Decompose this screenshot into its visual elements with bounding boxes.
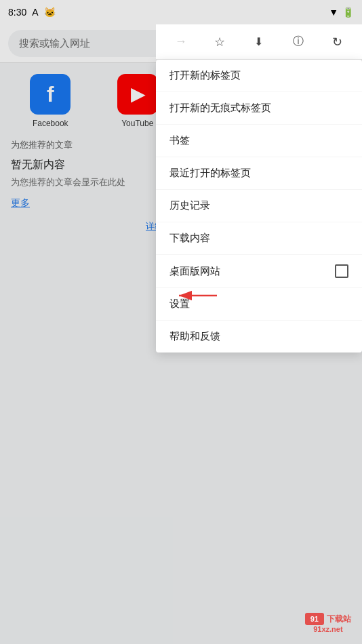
menu-bookmarks-label: 书签	[169, 134, 190, 147]
menu-settings[interactable]: 设置	[156, 288, 362, 321]
watermark-url: 91xz.net	[313, 625, 342, 633]
menu-bookmarks[interactable]: 书签	[156, 125, 362, 157]
dropdown-menu: 打开新的标签页 打开新的无痕式标签页 书签 最近打开的标签页 历史记录 下载内容…	[156, 60, 362, 353]
watermark-text-1: 下载站	[327, 613, 351, 625]
desktop-site-checkbox[interactable]	[335, 264, 348, 278]
menu-history[interactable]: 历史记录	[156, 190, 362, 222]
menu-recent-tabs[interactable]: 最近打开的标签页	[156, 157, 362, 190]
download-icon: ⬇	[254, 35, 263, 48]
menu-downloads-label: 下载内容	[169, 232, 210, 245]
menu-incognito[interactable]: 打开新的无痕式标签页	[156, 92, 362, 125]
menu-desktop-site-label: 桌面版网站	[169, 265, 220, 278]
back-button[interactable]: →	[169, 30, 193, 54]
menu-new-tab[interactable]: 打开新的标签页	[156, 60, 362, 92]
watermark-badge: 91	[305, 613, 324, 625]
watermark: 91 下载站 91xz.net	[305, 613, 351, 633]
download-button[interactable]: ⬇	[247, 30, 271, 54]
star-button[interactable]: ☆	[207, 30, 232, 54]
info-icon: ⓘ	[293, 35, 304, 49]
menu-incognito-label: 打开新的无痕式标签页	[169, 102, 271, 115]
menu-help[interactable]: 帮助和反馈	[156, 321, 362, 353]
menu-settings-label: 设置	[169, 298, 190, 310]
menu-help-label: 帮助和反馈	[169, 330, 220, 343]
star-icon: ☆	[214, 35, 225, 49]
refresh-icon: ↻	[332, 35, 342, 49]
menu-history-label: 历史记录	[169, 199, 210, 212]
refresh-button[interactable]: ↻	[325, 30, 349, 54]
back-icon: →	[175, 35, 187, 49]
menu-desktop-site[interactable]: 桌面版网站	[156, 255, 362, 288]
menu-new-tab-label: 打开新的标签页	[169, 69, 241, 82]
info-button[interactable]: ⓘ	[286, 30, 310, 54]
dropdown-toolbar: → ☆ ⬇ ⓘ ↻	[156, 24, 362, 60]
menu-downloads[interactable]: 下载内容	[156, 222, 362, 255]
menu-recent-tabs-label: 最近打开的标签页	[169, 167, 251, 180]
